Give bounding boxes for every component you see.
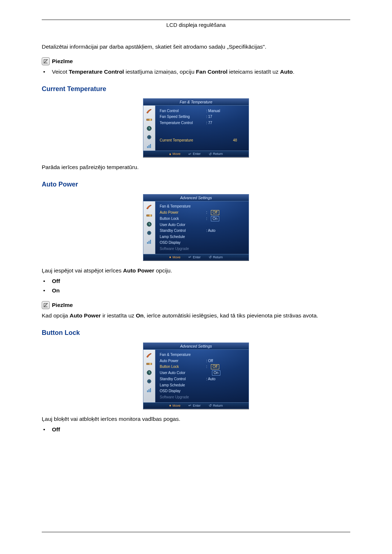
osd-row-label: Fan Speed Setting — [160, 114, 203, 119]
sidebar-chart-icon — [145, 142, 154, 150]
osd-row-label: Fan & Temperature — [160, 352, 203, 357]
sidebar-slider-icon — [145, 116, 154, 124]
osd-row-value: : Auto — [206, 377, 216, 382]
sidebar-slider-icon — [145, 212, 154, 219]
osd-sidebar — [143, 201, 155, 254]
osd-row-label: OSD Display — [160, 389, 203, 394]
return-icon: ↺ — [209, 403, 212, 408]
osd-row-label: Lamp Schedule — [160, 234, 203, 239]
intro-paragraph: Detalizētai informācijai par darba apstā… — [42, 43, 350, 51]
heading-auto-power: Auto Power — [42, 180, 350, 189]
osd-row-label: Auto Power — [160, 210, 203, 215]
svg-point-17 — [149, 363, 151, 365]
footer-move: ♦Move — [169, 152, 180, 157]
osd-footer: ♦Move ↵Enter ↺Return — [143, 402, 249, 409]
page-footer-rule — [42, 532, 350, 532]
sidebar-brush-icon — [145, 351, 154, 359]
updown-icon: ♦ — [169, 255, 171, 260]
osd-title: Fan & Temperature — [143, 99, 249, 106]
return-icon: ↺ — [209, 152, 212, 157]
note-block: Piezīme — [42, 301, 350, 309]
osd-selected-value: Off — [211, 210, 219, 215]
osd-row-label: Current Temperature — [160, 138, 211, 143]
osd-window: Advanced Settings Fan & Temperature Auto… — [143, 342, 249, 409]
svg-rect-21 — [147, 390, 148, 392]
osd-screenshot-3: Advanced Settings Fan & Temperature Auto… — [42, 342, 350, 409]
page-header: LCD displeja regulēšana — [42, 20, 350, 29]
heading-current-temperature: Current Temperature — [42, 85, 350, 93]
sidebar-chart-icon — [145, 386, 154, 394]
osd-row-label: Software Upgrade — [160, 246, 203, 251]
sidebar-brush-icon — [145, 203, 154, 211]
footer-enter: ↵Enter — [188, 403, 201, 408]
current-temp-desc: Parāda ierīces pašreizējo temperatūru. — [42, 164, 350, 171]
auto-power-options: Off On — [42, 278, 350, 295]
osd-footer: ♦Move ↵Enter ↺Return — [143, 151, 249, 157]
updown-icon: ♦ — [169, 152, 171, 157]
osd-row-label: Standby Control — [160, 377, 203, 382]
osd-row-label: User Auto Color — [160, 222, 203, 227]
svg-point-9 — [149, 214, 151, 217]
sidebar-gear-icon — [145, 229, 154, 237]
osd-row-value: On — [212, 370, 220, 376]
osd-window: Fan & Temperature Fan Control: Manual Fa… — [143, 98, 249, 157]
svg-point-12 — [148, 232, 150, 234]
auto-power-desc: Ļauj iespējot vai atspējot ierīces Auto … — [42, 267, 350, 275]
osd-content: Fan & Temperature Auto Power: Off Button… — [155, 350, 249, 402]
option-off: Off — [42, 278, 350, 285]
note-label: Piezīme — [52, 301, 73, 309]
updown-icon: ♦ — [169, 403, 171, 408]
note-item: Veicot Temperature Control iestatījuma i… — [42, 68, 350, 76]
sidebar-slider-icon — [145, 360, 154, 368]
svg-point-1 — [149, 119, 151, 121]
sidebar-brush-icon — [145, 107, 154, 115]
sidebar-clock-icon — [145, 220, 154, 228]
osd-title: Advanced Settings — [143, 343, 249, 350]
osd-row-label: Button Lock — [160, 216, 203, 221]
svg-point-4 — [148, 136, 150, 138]
osd-row-value: On — [211, 216, 219, 221]
option-off: Off — [42, 426, 350, 434]
note-list: Veicot Temperature Control iestatījuma i… — [42, 68, 350, 76]
sidebar-chart-icon — [145, 238, 154, 246]
svg-rect-7 — [150, 144, 151, 148]
sidebar-clock-icon — [145, 369, 154, 377]
auto-power-note: Kad opcija Auto Power ir iestatīta uz On… — [42, 312, 350, 320]
sidebar-gear-icon — [145, 377, 154, 385]
osd-row-value: : 77 — [206, 120, 212, 126]
svg-rect-5 — [147, 146, 148, 148]
header-text: LCD displeja regulēšana — [166, 22, 225, 28]
osd-row-label: OSD Display — [160, 240, 203, 245]
footer-enter: ↵Enter — [188, 255, 201, 260]
osd-sidebar — [143, 106, 155, 151]
note-icon — [42, 57, 50, 65]
osd-row-value: : Off — [206, 358, 213, 364]
note-block: Piezīme — [42, 57, 350, 65]
button-lock-options: Off — [42, 426, 350, 434]
footer-move: ♦Move — [169, 255, 180, 260]
osd-row-label: Software Upgrade — [160, 395, 203, 400]
osd-row-label: Temperature Control — [160, 120, 203, 126]
note-label: Piezīme — [52, 58, 73, 65]
osd-row-value: : Manual — [206, 108, 220, 114]
osd-sidebar — [143, 350, 155, 402]
option-on: On — [42, 287, 350, 295]
osd-row-label: Lamp Schedule — [160, 383, 203, 388]
svg-rect-22 — [148, 389, 150, 392]
return-icon: ↺ — [209, 255, 212, 260]
svg-rect-23 — [150, 388, 151, 392]
osd-screenshot-2: Advanced Settings Fan & Temperature Auto… — [42, 194, 350, 260]
heading-button-lock: Button Lock — [42, 328, 350, 337]
osd-row-value: : Auto — [206, 228, 216, 233]
svg-rect-6 — [148, 145, 150, 148]
button-lock-desc: Ļauj bloķēt vai atbloķēt ierīces monitor… — [42, 415, 350, 423]
osd-selected-value: Off — [211, 364, 219, 369]
enter-icon: ↵ — [188, 255, 191, 260]
osd-content: Fan Control: Manual Fan Speed Setting: 1… — [155, 106, 249, 151]
page: LCD displeja regulēšana Detalizētai info… — [0, 0, 392, 554]
sidebar-clock-icon — [145, 124, 154, 132]
osd-row-label: Fan & Temperature — [160, 204, 203, 209]
footer-move: ♦Move — [169, 403, 180, 408]
enter-icon: ↵ — [188, 152, 191, 157]
enter-icon: ↵ — [188, 403, 191, 408]
